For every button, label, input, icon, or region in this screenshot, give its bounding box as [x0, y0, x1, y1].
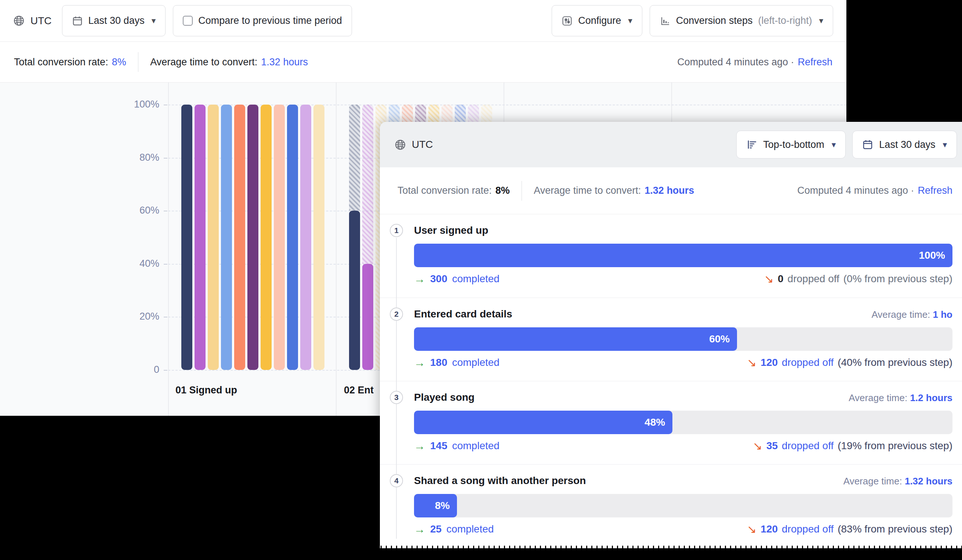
step-number-badge: 3: [390, 391, 403, 404]
average-time-label: Average time:: [849, 392, 910, 403]
funnel-step-row: 1User signed up100%→300completed↘0droppe…: [380, 214, 962, 298]
conversion-percent-label: 60%: [709, 333, 730, 345]
chart-type-sublabel: (left-to-right): [758, 15, 812, 26]
compare-toggle[interactable]: Compare to previous time period: [173, 5, 352, 36]
total-conversion-value: 8%: [496, 185, 510, 196]
average-time-label: Average time:: [843, 476, 905, 487]
y-axis-label: 40%: [110, 258, 159, 270]
dropped-off-row: ↘35dropped off(19% from previous step): [753, 440, 952, 452]
axis-tick: [164, 317, 167, 318]
chart-bar[interactable]: [300, 105, 311, 370]
chevron-down-icon: ▾: [943, 140, 947, 149]
average-time-value: 1 ho: [933, 309, 952, 320]
funnel-step-row: 3Played songAverage time: 1.2 hours48%→1…: [380, 381, 962, 464]
chart-bar[interactable]: [287, 105, 298, 370]
step-title: User signed up: [414, 224, 488, 236]
x-axis-step-label: 02 Ent: [344, 384, 374, 396]
chart-bar-dropped-hatch[interactable]: [362, 105, 373, 264]
funnel-step-row: 4Shared a song with another personAverag…: [380, 464, 962, 547]
funnel-steps-panel: UTC Top-to-bottom ▾: [380, 122, 962, 548]
chevron-down-icon: ▾: [152, 16, 156, 25]
step-title: Entered card details: [414, 308, 512, 320]
y-axis-label: 0: [110, 364, 159, 375]
average-time-label: Average time:: [872, 309, 933, 320]
completed-row: →180completed: [414, 357, 500, 368]
chart-bar[interactable]: [234, 105, 245, 370]
completed-count-link[interactable]: 145: [430, 440, 447, 452]
dropped-off-row: ↘0dropped off(0% from previous step): [764, 273, 952, 285]
compare-checkbox[interactable]: [183, 16, 193, 26]
step-order-dropdown[interactable]: Top-to-bottom ▾: [736, 131, 846, 158]
step-connector-line: [396, 238, 397, 539]
dropped-count-link[interactable]: 120: [760, 357, 778, 368]
timezone-indicator[interactable]: UTC: [395, 139, 433, 150]
dropped-percent-note: (40% from previous step): [838, 357, 952, 368]
completed-word[interactable]: completed: [446, 523, 494, 535]
chart-bar[interactable]: [221, 105, 232, 370]
date-range-dropdown[interactable]: Last 30 days ▾: [852, 131, 957, 158]
dropped-count-link[interactable]: 120: [760, 523, 778, 535]
dropped-percent-note: (19% from previous step): [838, 440, 952, 452]
dropped-word[interactable]: dropped off: [782, 523, 833, 535]
calendar-icon: [72, 15, 83, 26]
dropped-count-link[interactable]: 35: [767, 440, 778, 452]
torn-black-edge-bottom: [380, 555, 962, 560]
chart-bar[interactable]: [208, 105, 219, 370]
step-number-badge: 1: [390, 224, 403, 237]
timezone-label: UTC: [412, 139, 433, 150]
total-conversion-value: 8%: [112, 56, 126, 68]
conversion-bar-track: 48%: [414, 411, 952, 434]
axis-tick: [164, 105, 167, 105]
chart-bar[interactable]: [195, 105, 205, 370]
conversion-bar-fill: 48%: [414, 411, 672, 434]
refresh-link[interactable]: Refresh: [918, 185, 952, 196]
chart-bar-dropped-hatch[interactable]: [349, 105, 360, 211]
axis-tick: [164, 211, 167, 211]
conversion-bar-track: 8%: [414, 494, 952, 517]
avg-time-label: Average time to convert:: [150, 56, 257, 68]
conversion-percent-label: 100%: [919, 250, 945, 261]
configure-label: Configure: [578, 15, 621, 26]
step-title: Shared a song with another person: [414, 475, 586, 487]
chart-bar[interactable]: [181, 105, 192, 370]
arrow-right-icon: →: [414, 357, 425, 368]
dropped-word[interactable]: dropped off: [782, 440, 833, 452]
conversion-bar-fill: 60%: [414, 328, 737, 351]
date-range-dropdown[interactable]: Last 30 days ▾: [62, 5, 166, 36]
chart-bar[interactable]: [362, 264, 373, 370]
timezone-indicator[interactable]: UTC: [13, 15, 52, 27]
completed-count-link[interactable]: 25: [430, 523, 442, 535]
configure-dropdown[interactable]: Configure ▾: [552, 5, 642, 36]
column-separator: [336, 82, 337, 416]
funnel-analytics-screenshot: UTC Last 30 days ▾ Compare to previous t…: [0, 0, 962, 560]
step-number-badge: 2: [390, 308, 403, 321]
completed-word[interactable]: completed: [452, 440, 500, 452]
chevron-down-icon: ▾: [832, 140, 836, 149]
y-axis-label: 100%: [110, 99, 159, 110]
chart-bar[interactable]: [274, 105, 285, 370]
arrow-down-right-icon: ↘: [747, 357, 757, 368]
insight-toolbar: UTC Last 30 days ▾ Compare to previous t…: [0, 0, 846, 42]
step-average-time: Average time: 1.2 hours: [849, 392, 952, 403]
dropped-word[interactable]: dropped off: [782, 357, 833, 368]
conversion-summary-row: Total conversion rate: 8% Average time t…: [380, 167, 962, 214]
completed-word[interactable]: completed: [452, 273, 500, 285]
chart-bar[interactable]: [313, 105, 324, 370]
arrow-down-right-icon: ↘: [753, 441, 762, 452]
y-axis-label: 20%: [110, 311, 159, 322]
completed-word[interactable]: completed: [452, 357, 500, 368]
funnel-panel-header: UTC Top-to-bottom ▾: [380, 122, 962, 167]
axis-tick: [164, 370, 167, 371]
conversion-summary-row: Total conversion rate: 8% Average time t…: [0, 42, 846, 82]
refresh-link[interactable]: Refresh: [797, 56, 833, 68]
chart-bar[interactable]: [247, 105, 258, 370]
chart-bar[interactable]: [349, 211, 360, 370]
dropped-count-link: 0: [778, 273, 784, 285]
completed-count-link[interactable]: 300: [430, 273, 447, 285]
step-average-time: Average time: 1 ho: [872, 309, 952, 320]
conversion-bar-fill: 8%: [414, 494, 457, 517]
chart-type-dropdown[interactable]: Conversion steps (left-to-right) ▾: [650, 5, 833, 36]
chart-bar[interactable]: [261, 105, 271, 370]
calendar-icon: [862, 139, 873, 150]
completed-count-link[interactable]: 180: [430, 357, 447, 368]
